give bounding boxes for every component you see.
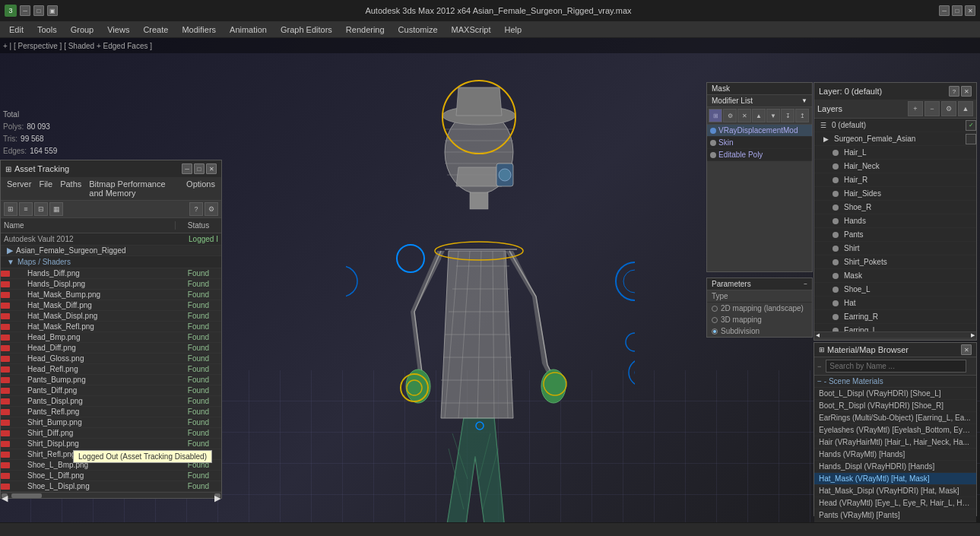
mat-section-arrow[interactable]: − [817,377,822,385]
table-row[interactable]: Hat_Mask_Refl.png Found [1,322,221,332]
param-radio-3d[interactable]: 3D mapping [707,314,812,325]
maximize-btn[interactable]: ▣ [47,5,58,16]
at-btn-3[interactable]: ⊟ [34,202,48,216]
menu-modifiers[interactable]: Modifiers [176,24,222,36]
menu-help[interactable]: Help [499,24,528,36]
minimize-btn[interactable]: ─ [20,5,30,16]
mod-btn-5[interactable]: ▼ [766,109,780,122]
list-item[interactable]: Shirt [814,242,976,255]
layers-scroll-btn[interactable]: ▲ [958,101,973,116]
layers-settings-btn[interactable]: ⚙ [941,101,956,116]
at-minimize-btn[interactable]: ─ [182,163,192,174]
list-item[interactable]: Hair (VRayHairMtl) [Hair_L, Hair_Neck, H… [814,436,976,449]
at-scroll-left-btn[interactable]: ◀ [2,493,8,498]
mod-btn-6[interactable]: ↧ [781,109,794,122]
table-row[interactable]: Head_Diff.png Found [1,343,221,354]
list-item[interactable]: ☰ 0 (default) ✓ [814,119,976,132]
table-row[interactable]: Head_Refl.png Found [1,364,221,375]
at-btn-help[interactable]: ? [189,202,203,216]
list-item[interactable]: Hat_Mask_Displ (VRayHDRI) [Hat, Mask] [814,485,976,497]
viewport-label[interactable]: + | [ Perspective ] [ Shaded + Edged Fac… [3,42,152,50]
at-file-node[interactable]: ▶ Asian_Female_Surgeon_Rigged [1,246,221,256]
layers-list[interactable]: ☰ 0 (default) ✓ ▶ Surgeon_Female_Asian H… [814,119,976,331]
restore-btn[interactable]: □ [33,5,44,16]
list-item[interactable]: Mask [814,269,976,283]
material-search-input[interactable] [826,360,966,373]
list-item[interactable]: Hands [814,214,976,228]
at-file-list[interactable]: Autodesk Vault 2012 Logged I ▶ Asian_Fem… [1,233,221,492]
list-item[interactable]: Shirt_Pokets [814,255,976,269]
list-item[interactable]: Eyelashes (VRayMtl) [Eyelash_Bottom, Eye… [814,424,976,436]
list-item[interactable]: ▶ Surgeon_Female_Asian [814,132,976,146]
layer-visibility-check[interactable]: ✓ [966,120,976,131]
param-radio-subdivision[interactable]: Subdivision [707,325,812,337]
menu-graph-editors[interactable]: Graph Editors [274,24,338,36]
at-menu-bitmap[interactable]: Bitmap Performance and Memory [86,179,182,198]
window-close-btn[interactable]: ✕ [965,5,975,16]
modifier-item-editable-poly[interactable]: Editable Poly [707,149,812,161]
layers-delete-btn[interactable]: − [924,101,940,116]
menu-create[interactable]: Create [137,24,174,36]
at-menu-paths[interactable]: Paths [57,179,84,198]
list-item[interactable]: Hat [814,297,976,310]
at-btn-settings[interactable]: ⚙ [205,202,218,216]
list-item[interactable]: Hair_Neck [814,160,976,173]
layers-add-btn[interactable]: + [908,101,923,116]
material-list[interactable]: Boot_L_Displ (VRayHDRI) [Shoe_L] Boot_R_… [814,388,976,522]
layers-close-btn[interactable]: ✕ [961,86,972,97]
layers-help-btn[interactable]: ? [949,86,959,97]
at-btn-1[interactable]: ⊞ [4,202,17,216]
table-row[interactable]: Pants_Diff.png Found [1,385,221,396]
at-menu-file[interactable]: File [36,179,56,198]
table-row[interactable]: Shoe_L_Diff.png Found [1,471,221,481]
table-row[interactable]: Pants_Bump.png Found [1,375,221,385]
list-item[interactable]: Pants_Displ (VRayHDRI) [Pants] [814,522,976,522]
mod-btn-1[interactable]: ⊞ [709,109,722,122]
menu-maxscript[interactable]: MAXScript [446,24,497,36]
table-row[interactable]: Pants_Refl.png Found [1,407,221,417]
list-item[interactable]: Hair_L [814,146,976,160]
list-item[interactable]: Pants [814,228,976,242]
list-item[interactable]: Pants (VRayMtl) [Pants] [814,509,976,522]
at-close-btn[interactable]: ✕ [206,163,217,174]
menu-views[interactable]: Views [101,24,135,36]
list-item[interactable]: Hair_Sides [814,187,976,201]
layer-visibility-check[interactable] [966,134,976,144]
menu-animation[interactable]: Animation [224,24,273,36]
list-item[interactable]: Shoe_R [814,201,976,214]
list-item[interactable]: Boot_R_Displ (VRayHDRI) [Shoe_R] [814,400,976,412]
table-row[interactable]: Hat_Mask_Displ.png Found [1,311,221,322]
list-item[interactable]: Shoe_L [814,283,976,297]
at-btn-2[interactable]: ≡ [19,202,33,216]
table-row[interactable]: Hat_Mask_Diff.png Found [1,300,221,311]
at-menu-server[interactable]: Server [4,179,34,198]
menu-tools[interactable]: Tools [31,24,63,36]
list-item[interactable]: Earring_L [814,324,976,331]
list-item[interactable]: Hands_Displ (VRayHDRI) [Hands] [814,461,976,473]
mod-btn-3[interactable]: ✕ [737,109,751,122]
table-row[interactable]: Pants_Displ.png Found [1,396,221,407]
mod-btn-7[interactable]: ↥ [795,109,809,122]
modifier-item-skin[interactable]: Skin [707,137,812,149]
params-collapse-icon[interactable]: − [804,281,807,287]
list-item[interactable]: Hat_Mask (VRayMtl) [Hat, Mask] [814,473,976,485]
list-item[interactable]: Boot_L_Displ (VRayHDRI) [Shoe_L] [814,388,976,400]
table-row[interactable]: Head_Gloss.png Found [1,354,221,364]
table-row[interactable]: Hat_Mask_Bump.png Found [1,290,221,300]
list-item[interactable]: Head (VRayMtl) [Eye_L, Eye_R, Hair_L, Ha… [814,497,976,509]
menu-rendering[interactable]: Rendering [340,24,391,36]
table-row[interactable]: Shoe_L_Displ.png Found [1,481,221,492]
table-row[interactable]: Hands_Displ.png Found [1,279,221,290]
scroll-right-icon[interactable]: ▶ [971,332,975,338]
menu-edit[interactable]: Edit [3,24,30,36]
table-row[interactable]: Shoe_L_Bmp.png Found [1,460,221,471]
at-btn-4[interactable]: ▦ [49,202,63,216]
mod-btn-2[interactable]: ⚙ [723,109,737,122]
at-scroll-track[interactable] [8,493,214,498]
modifier-item-vray[interactable]: VRayDisplacementMod [707,125,812,137]
mat-close-btn[interactable]: ✕ [961,344,972,355]
modifier-list-dropdown-icon[interactable]: ▼ [801,97,807,104]
table-row[interactable]: Shirt_Diff.png Found [1,428,221,439]
menu-group[interactable]: Group [65,24,100,36]
window-minimize-btn[interactable]: ─ [939,5,950,16]
